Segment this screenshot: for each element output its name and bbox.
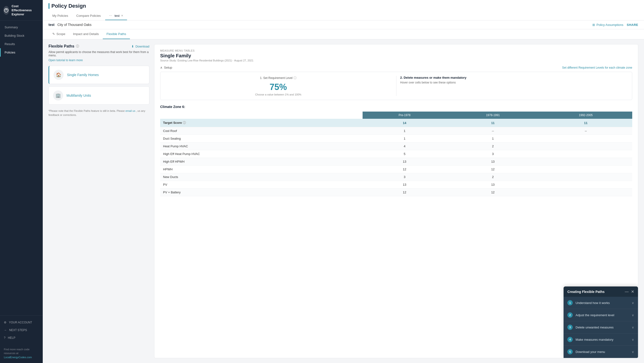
left-panel: Flexible Paths ⓘ ⬇ Download Allow permit…: [48, 44, 149, 358]
panel-title: Creating Flexible Paths: [568, 290, 604, 294]
step-item-5[interactable]: 5 Download your menu ∨: [564, 346, 638, 358]
measure-value[interactable]: 12: [446, 189, 539, 196]
target-score-label: Target Score ⓘ: [160, 119, 362, 127]
sidebar-item-results[interactable]: Results: [0, 40, 43, 48]
sidebar-item-help[interactable]: ? HELP: [0, 334, 43, 342]
measure-value[interactable]: [539, 135, 632, 142]
sidebar-item-next-steps[interactable]: → NEXT STEPS: [0, 326, 43, 334]
tab-my-policies[interactable]: My Policies: [48, 12, 72, 20]
requirement-level[interactable]: 75%: [164, 82, 392, 92]
measure-value[interactable]: 13: [362, 158, 446, 166]
step-item-2[interactable]: 2 Adjust the requirement level ∨: [564, 309, 638, 321]
measure-value[interactable]: 1: [362, 127, 446, 135]
local-energy-codes-link[interactable]: LocalEnergyCodes.com: [4, 356, 32, 359]
measure-value[interactable]: [539, 181, 632, 189]
chevron-down-icon: ∨: [632, 350, 634, 354]
set-requirement-levels-link[interactable]: Set different Requirement Levels for eac…: [562, 66, 632, 69]
flexible-paths-header: Flexible Paths ⓘ ⬇ Download: [48, 44, 149, 48]
logo-icon: [3, 6, 9, 15]
measure-value[interactable]: 1: [446, 135, 539, 142]
setup-row: ∧ Setup Set different Requirement Levels…: [160, 66, 632, 69]
measure-value[interactable]: 3: [362, 173, 446, 181]
help-icon: ?: [4, 336, 6, 340]
tab-compare-policies[interactable]: Compare Policies: [72, 12, 105, 20]
step1-label: 1. Set Requirement Level ⓘ: [164, 76, 392, 80]
measure-value[interactable]: 4: [362, 142, 446, 150]
chevron-down-icon: ∨: [632, 326, 634, 329]
measure-value[interactable]: --: [446, 127, 539, 135]
measure-value[interactable]: 13: [362, 181, 446, 189]
sidebar-item-building-stock[interactable]: Building Stock: [0, 31, 43, 40]
measure-value[interactable]: --: [539, 127, 632, 135]
setup-toggle[interactable]: ∧ Setup: [160, 66, 172, 69]
building-type-single-family[interactable]: 🏠 Single Family Homes: [48, 66, 149, 84]
flexible-paths-description: Allow permit applicants to choose the me…: [48, 50, 149, 57]
email-us-link[interactable]: email us: [125, 109, 135, 112]
measure-value[interactable]: 3: [446, 150, 539, 158]
step-label: Download your menu: [576, 350, 632, 354]
tab-impact-details[interactable]: Impact and Details: [69, 29, 103, 39]
measure-value[interactable]: [539, 173, 632, 181]
sidebar-item-summary[interactable]: Summary: [0, 23, 43, 31]
tab-flexible-paths[interactable]: Flexible Paths: [103, 29, 130, 39]
sliders-icon: ⊞: [592, 23, 595, 27]
step1-box: 1. Set Requirement Level ⓘ 75% Choose a …: [164, 76, 396, 96]
measure-value[interactable]: [539, 158, 632, 166]
tab-close-icon[interactable]: ✕: [121, 14, 123, 17]
table-row: PV + Battery 12 12: [160, 189, 632, 196]
measure-value[interactable]: 12: [362, 189, 446, 196]
step-item-4[interactable]: 4 Make measures mandatory ∨: [564, 334, 638, 346]
measure-value[interactable]: 12: [362, 166, 446, 173]
building-type-multifamily[interactable]: 🏢 Multifamily Units: [48, 86, 149, 105]
measure-value[interactable]: 13: [446, 181, 539, 189]
measure-value[interactable]: [539, 189, 632, 196]
download-button[interactable]: ⬇ Download: [131, 45, 149, 48]
target-score-1992-2005: 11: [539, 119, 632, 127]
measure-value[interactable]: 13: [446, 158, 539, 166]
measure-value[interactable]: 2: [446, 173, 539, 181]
tab-scope[interactable]: ✎ Scope: [48, 29, 69, 39]
flexible-paths-title-row: Flexible Paths ⓘ: [48, 44, 79, 48]
chevron-down-icon: ∨: [632, 313, 634, 317]
col-header-1978-1991: 1978-1991: [446, 112, 539, 119]
share-button[interactable]: SHARE: [627, 23, 638, 27]
measure-name: Heat Pump HVAC: [160, 142, 362, 150]
measure-name: PV + Battery: [160, 189, 362, 196]
sidebar-item-your-account[interactable]: ⚙ YOUR ACCOUNT: [0, 319, 43, 326]
app-name: Cost Effectiveness Explorer: [12, 4, 40, 16]
sidebar-item-policies[interactable]: Policies: [0, 48, 43, 57]
app-logo[interactable]: Cost Effectiveness Explorer: [0, 0, 43, 21]
measure-value[interactable]: 5: [362, 150, 446, 158]
step-item-3[interactable]: 3 Delete unwanted measures ∨: [564, 321, 638, 334]
measure-value[interactable]: [539, 142, 632, 150]
measure-name: PV: [160, 181, 362, 189]
main-nav: Summary Building Stock Results Policies: [0, 21, 43, 316]
sidebar-item-label: Summary: [4, 25, 18, 29]
step-item-1[interactable]: 1 Understand how it works ∨: [564, 297, 638, 309]
measure-value[interactable]: [539, 166, 632, 173]
info-icon[interactable]: ⓘ: [76, 44, 79, 48]
close-icon[interactable]: ✕: [631, 289, 634, 294]
policy-assumptions-button[interactable]: ⊞ Policy Assumptions: [592, 23, 623, 27]
setup-box: 1. Set Requirement Level ⓘ 75% Choose a …: [160, 72, 632, 100]
step-label: Understand how it works: [576, 301, 632, 305]
target-score-info-icon[interactable]: ⓘ: [183, 121, 186, 124]
step-number: 2: [568, 312, 573, 318]
table-row: HPWH 12 12: [160, 166, 632, 173]
page-title: Policy Design: [52, 3, 86, 9]
step1-info-icon[interactable]: ⓘ: [294, 76, 296, 80]
beta-note: *Please note that the Flexible Paths fea…: [48, 109, 149, 117]
tab-test[interactable]: ··· test ✕: [105, 11, 127, 20]
measure-name: Duct Sealing: [160, 135, 362, 142]
panel-header: Creating Flexible Paths — ✕: [564, 287, 638, 297]
measure-menu-title: Single Family: [160, 53, 632, 58]
minimize-icon[interactable]: —: [625, 290, 629, 294]
title-bar-accent: [48, 3, 50, 9]
sidebar: Cost Effectiveness Explorer Summary Buil…: [0, 0, 43, 363]
measure-value[interactable]: 1: [362, 135, 446, 142]
tab-dots-icon: ···: [109, 13, 112, 18]
measure-value[interactable]: [539, 150, 632, 158]
tutorial-link[interactable]: Open tutorial to learn more: [48, 58, 149, 62]
measure-value[interactable]: 12: [446, 166, 539, 173]
measure-value[interactable]: 2: [446, 142, 539, 150]
